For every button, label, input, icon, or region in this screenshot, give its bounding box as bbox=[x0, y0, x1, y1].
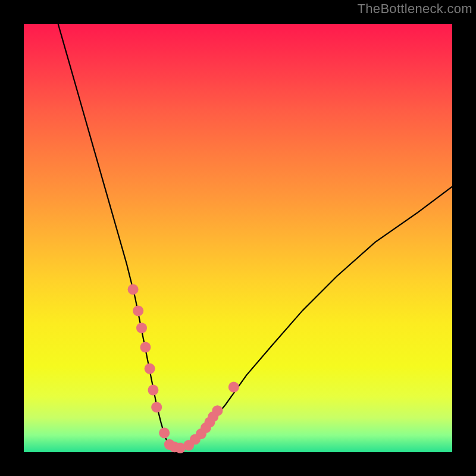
data-marker bbox=[140, 342, 151, 353]
data-marker bbox=[145, 364, 155, 374]
data-marker bbox=[212, 405, 223, 416]
chart-frame: TheBottleneck.com bbox=[0, 0, 476, 476]
data-marker bbox=[136, 322, 147, 333]
data-marker bbox=[159, 428, 170, 439]
data-marker bbox=[128, 284, 139, 295]
curve-svg bbox=[24, 24, 452, 452]
data-marker bbox=[228, 382, 239, 393]
data-marker bbox=[151, 402, 162, 412]
plot-area bbox=[24, 24, 452, 452]
data-marker bbox=[133, 305, 143, 316]
marker-group bbox=[128, 284, 239, 453]
watermark-text: TheBottleneck.com bbox=[358, 1, 472, 17]
bottleneck-curve bbox=[58, 24, 452, 450]
data-marker bbox=[148, 385, 158, 396]
